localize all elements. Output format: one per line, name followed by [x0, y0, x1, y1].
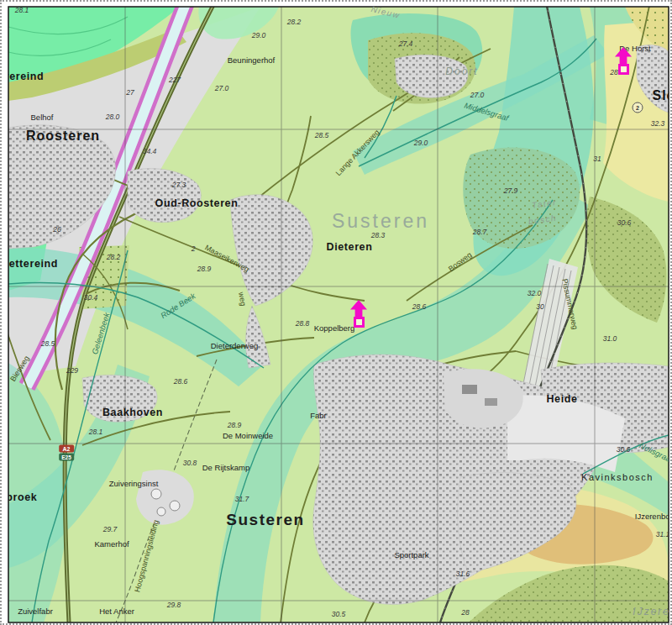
- map-label: Lange Akkersweg: [334, 129, 381, 177]
- spot-height-label: 28.0: [106, 113, 120, 121]
- map-label: Oud-Roosteren: [155, 198, 239, 209]
- map-label: Het Anker: [99, 607, 134, 616]
- eroad-number: E25: [59, 454, 74, 461]
- spot-height-label: 28.1: [89, 428, 103, 436]
- map-label: Zuiveringsinst: [109, 480, 159, 488]
- map-label: Susteren: [226, 512, 304, 528]
- spot-height-label: 31: [593, 155, 601, 163]
- map-label: Pissummerweg: [560, 278, 579, 330]
- spot-height-label: 28.3: [371, 232, 386, 239]
- map-label: De Moinweide: [223, 432, 273, 440]
- map-label: Doort: [445, 66, 478, 76]
- map-label: Geleenbeek: [91, 312, 111, 355]
- map-label: De Rijtskamp: [202, 464, 250, 472]
- spot-height-label: 28.7: [473, 228, 487, 236]
- marker-arrow-icon: [350, 300, 367, 318]
- map-label: Nieuw: [370, 7, 402, 20]
- map-label: IJzerenbos: [635, 512, 669, 521]
- spot-height-label: 28.6: [174, 378, 188, 386]
- map-label: vereind: [8, 71, 44, 82]
- spot-height-label: 229: [66, 367, 78, 375]
- spot-height-label: 28.5: [315, 132, 329, 139]
- map-label: Middelsgraaf: [464, 102, 510, 123]
- spot-height-label: 227: [169, 76, 181, 84]
- spot-height-label: 32.0: [528, 290, 542, 297]
- spot-height-label: 28.1: [15, 7, 29, 13]
- map-label: Biesweg: [9, 355, 31, 383]
- map-label: Koppelberg: [314, 324, 355, 333]
- spot-height-label: 27.0: [215, 85, 229, 92]
- marker-arrow-icon: [615, 47, 632, 65]
- motorway-number: A2: [59, 445, 74, 453]
- spot-height-label: 30.4: [84, 294, 98, 302]
- map-label: chettereind: [8, 259, 58, 270]
- spot-height-label: 27.4: [399, 40, 413, 48]
- map-label: Zuivelfabr: [18, 607, 53, 616]
- map-label: Nelisgraaf: [638, 441, 669, 464]
- spot-height-label: 31.0: [603, 335, 617, 343]
- map-label: Kamerhof: [94, 540, 129, 549]
- map-label: Dieterderweg: [211, 342, 259, 350]
- map-label: weg: [237, 291, 247, 307]
- map-label: Belhof: [31, 113, 54, 122]
- map-label: ebroek: [8, 492, 37, 503]
- map-label: bosch: [528, 214, 557, 227]
- map-label: Heide: [546, 394, 577, 405]
- topographic-map-page: 28.1vereindBelhofRoosteren28.02722727.02…: [0, 0, 672, 625]
- spot-height-label: 28: [461, 609, 469, 617]
- highlight-marker-koppelberg[interactable]: [349, 300, 368, 328]
- map-label: Hoogspanningsleiding: [134, 519, 160, 593]
- spot-height-label: 27: [126, 89, 134, 97]
- spot-height-label: 29.7: [103, 526, 118, 533]
- map-label: Rode Beek: [160, 291, 197, 320]
- map-label: Baakhoven: [102, 407, 163, 418]
- map-label: Dieteren: [327, 242, 373, 253]
- spot-height-label: 2: [192, 245, 196, 253]
- map-label: Roosteren: [26, 129, 100, 143]
- spot-height-label: 31.1: [656, 531, 669, 538]
- spot-height-label: 34.4: [143, 148, 157, 155]
- map-label: Bosweg: [448, 251, 474, 273]
- spot-height-label: 28.5: [41, 340, 55, 348]
- spot-height-label: 29.0: [414, 139, 428, 147]
- spot-height-label: 28.9: [197, 265, 212, 273]
- spot-height-label: 30.6: [617, 219, 632, 227]
- spot-height-label: 30.5: [332, 611, 346, 618]
- map-label: Beuningerhof: [228, 56, 276, 65]
- spot-height-label: 30: [536, 303, 543, 311]
- spot-height-label: 28.6: [412, 303, 427, 311]
- spot-height-label: 27.9: [504, 187, 518, 195]
- spot-height-label: 30.6: [617, 446, 631, 454]
- highlight-marker-de-horst[interactable]: [614, 47, 633, 75]
- motorway-shield: A2E25: [59, 445, 74, 461]
- spot-height-label: 28.9: [228, 422, 242, 429]
- spot-height-label: 28.2: [287, 18, 302, 26]
- spot-height-label: 31.7: [235, 496, 249, 503]
- road-number-shield: 2: [633, 102, 643, 113]
- marker-square-icon: [618, 64, 629, 75]
- spot-height-label: 28.8: [296, 320, 310, 328]
- map-label: Fabr: [310, 412, 327, 420]
- spot-height-label: 27.3: [172, 181, 186, 189]
- map-label: Sportpark: [394, 551, 428, 559]
- spot-height-label: 29.8: [167, 601, 181, 609]
- spot-height-label: 26: [53, 226, 60, 234]
- spot-height-label: 27.0: [470, 92, 485, 99]
- map-label: Sle: [652, 89, 669, 102]
- spot-height-label: 29.0: [252, 32, 266, 39]
- spot-height-label: 31.6: [456, 570, 470, 578]
- spot-height-label: 30.8: [183, 460, 197, 467]
- map-label: Kavinksbosch: [581, 473, 654, 482]
- map-label: Susteren: [332, 212, 429, 231]
- map-labels-layer: 28.1vereindBelhofRoosteren28.02722727.02…: [8, 7, 669, 622]
- spot-height-label: 32.3: [651, 120, 665, 128]
- map-label: Tater: [531, 198, 557, 210]
- spot-height-label: 28.2: [107, 254, 121, 261]
- marker-square-icon: [354, 317, 365, 328]
- map-label: IJzeren: [633, 607, 669, 617]
